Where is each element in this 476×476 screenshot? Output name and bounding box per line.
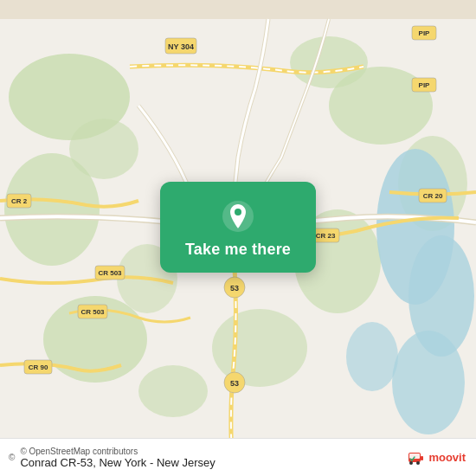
svg-point-5 (212, 309, 307, 387)
location-pin-icon (219, 197, 257, 235)
moovit-bus-icon (407, 448, 426, 467)
svg-point-9 (69, 119, 138, 179)
moovit-logo: moovit (407, 448, 466, 467)
svg-point-14 (392, 331, 465, 434)
svg-point-4 (138, 365, 208, 417)
bottom-bar-left: © © OpenStreetMap contributors Conrad CR… (9, 447, 215, 469)
svg-text:NY 304: NY 304 (168, 42, 194, 51)
svg-point-40 (235, 209, 241, 215)
svg-text:CR 503: CR 503 (98, 269, 122, 277)
svg-point-43 (409, 461, 413, 465)
svg-rect-45 (421, 456, 423, 460)
svg-point-10 (290, 36, 368, 88)
svg-text:53: 53 (230, 284, 239, 293)
osm-icon: © (9, 453, 15, 462)
popup-label: Take me there (185, 241, 291, 259)
osm-copyright: © OpenStreetMap contributors (20, 447, 215, 456)
bottom-bar: © © OpenStreetMap contributors Conrad CR… (0, 438, 476, 476)
popup-card[interactable]: Take me there (160, 182, 316, 273)
location-title: Conrad CR-53, New York - New Jersey (20, 456, 215, 469)
svg-text:CR 20: CR 20 (423, 192, 443, 200)
svg-text:53: 53 (230, 379, 239, 388)
svg-text:CR 2: CR 2 (11, 197, 28, 205)
moovit-text: moovit (428, 451, 466, 464)
svg-text:CR 503: CR 503 (80, 308, 105, 316)
svg-text:CR 90: CR 90 (29, 363, 48, 371)
map-container: NY 304 CR 2 CR 23 CR 20 CR 503 CR 503 53… (0, 0, 476, 476)
svg-text:PIP: PIP (419, 81, 431, 89)
svg-text:PIP: PIP (419, 29, 431, 37)
svg-point-15 (346, 322, 398, 391)
svg-text:CR 23: CR 23 (316, 232, 336, 240)
svg-point-44 (416, 461, 420, 465)
